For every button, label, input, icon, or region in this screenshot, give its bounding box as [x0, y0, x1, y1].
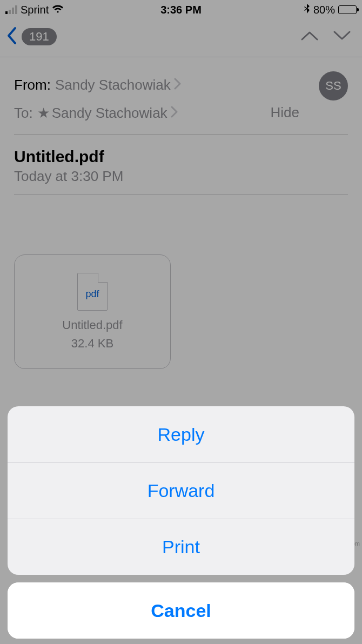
cancel-button[interactable]: Cancel — [8, 582, 354, 639]
action-sheet: Reply Forward Print Cancel — [0, 406, 362, 639]
forward-button[interactable]: Forward — [8, 462, 354, 519]
print-button[interactable]: Print — [8, 519, 354, 575]
cancel-group: Cancel — [8, 582, 354, 639]
mail-screen: Sprint 3:36 PM 80% 191 — [0, 0, 362, 644]
reply-button[interactable]: Reply — [8, 406, 354, 462]
action-sheet-group: Reply Forward Print — [8, 406, 354, 575]
